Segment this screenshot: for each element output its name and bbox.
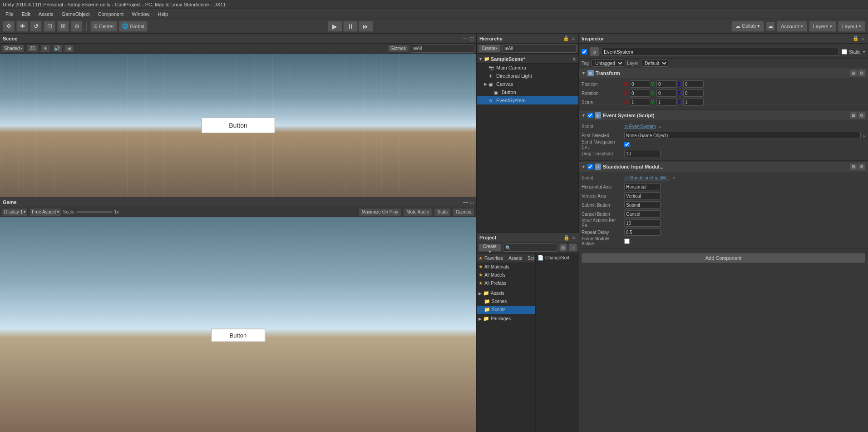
game-button-object[interactable]: Button — [211, 329, 266, 342]
game-viewport[interactable]: Button — [0, 217, 476, 432]
gizmos-btn[interactable]: Gizmos — [387, 45, 409, 53]
add-component-btn[interactable]: Add Component — [582, 253, 865, 263]
hier-item-directional-light[interactable]: ☀ Directional Light — [477, 72, 578, 80]
pause-button[interactable]: ⏸ — [343, 21, 358, 32]
object-active-checkbox[interactable] — [582, 49, 587, 55]
menu-assets[interactable]: Assets — [35, 10, 57, 18]
menu-help[interactable]: Help — [154, 10, 172, 18]
cloud-upload-btn[interactable]: ☁ — [766, 22, 775, 31]
menu-edit[interactable]: Edit — [18, 10, 34, 18]
play-button[interactable]: ▶ — [328, 21, 342, 32]
inspector-menu-btn[interactable]: ≡ — [861, 35, 865, 41]
game-maximize-btn[interactable]: □ — [470, 199, 473, 205]
tool-hand[interactable]: ✥ — [3, 21, 15, 32]
hier-lock-btn[interactable]: 🔒 — [562, 35, 570, 41]
send-navigation-checkbox[interactable] — [624, 142, 630, 147]
proj-item-changesort[interactable]: 📄 ChangeSort — [536, 254, 579, 262]
scene-effects-btn[interactable]: ⊞ — [64, 45, 74, 53]
tag-dropdown[interactable]: Untagged — [592, 60, 624, 67]
scene-lock-btn[interactable]: ≡ — [572, 56, 577, 62]
scene-maximize-btn[interactable]: □ — [470, 35, 473, 42]
proj-lock-btn[interactable]: 🔒 — [562, 235, 571, 241]
proj-folder-assets[interactable]: ▶ 📁 Assets — [477, 289, 535, 298]
submit-button-input[interactable] — [624, 201, 661, 209]
tool-move[interactable]: ✚ — [16, 21, 28, 32]
first-selected-input[interactable] — [624, 132, 861, 139]
layers-dropdown[interactable]: Layers — [809, 21, 836, 32]
standalone-enable-cb[interactable] — [587, 164, 593, 169]
scene-viewport[interactable]: Button — [0, 54, 476, 197]
2d-toggle-btn[interactable]: 2D — [26, 45, 39, 53]
hierarchy-search-input[interactable] — [502, 45, 577, 53]
display-dropdown[interactable]: Display 1 — [2, 208, 28, 216]
tool-transform[interactable]: ⊕ — [71, 21, 83, 32]
account-dropdown[interactable]: Account — [777, 21, 807, 32]
vertical-axis-input[interactable] — [624, 192, 661, 199]
project-create-btn[interactable]: Create — [478, 243, 501, 252]
inspector-lock-btn[interactable]: 🔒 — [852, 35, 860, 41]
proj-folder-packages[interactable]: ▶ 📁 Packages — [477, 315, 535, 323]
proj-sort-btn[interactable]: ↕ — [569, 243, 577, 252]
step-button[interactable]: ⏭ — [359, 21, 373, 32]
horizontal-axis-input[interactable] — [624, 183, 661, 190]
scale-x-input[interactable] — [630, 99, 650, 106]
proj-folder-scripts[interactable]: 📁 Scripts — [477, 306, 535, 314]
tool-rect[interactable]: ⊞ — [57, 21, 69, 32]
menu-gameobject[interactable]: GameObject — [58, 10, 94, 18]
menu-component[interactable]: Component — [94, 10, 127, 18]
maximize-on-play-btn[interactable]: Maximize On Play — [359, 208, 402, 216]
menu-file[interactable]: File — [2, 10, 17, 18]
hier-item-canvas[interactable]: ▶ ▣ Canvas — [477, 80, 578, 88]
scene-minimize-btn[interactable]: — — [463, 35, 469, 42]
menu-window[interactable]: Window — [128, 10, 153, 18]
eventsystem-enable-cb[interactable] — [587, 113, 593, 118]
hier-item-eventsystem[interactable]: ⊙ EventSystem — [477, 96, 578, 104]
project-search-input[interactable] — [503, 243, 557, 252]
scale-y-input[interactable] — [656, 99, 677, 106]
standalone-script-value[interactable]: ⊙ StandaloneInputM... — [624, 175, 670, 180]
tool-rotate[interactable]: ↺ — [30, 21, 42, 32]
game-gizmos-btn[interactable]: Gizmos — [453, 208, 474, 216]
cancel-button-input[interactable] — [624, 210, 661, 218]
scene-row[interactable]: ▼ 📁 SampleScene* ≡ — [477, 55, 578, 64]
hier-item-main-camera[interactable]: 📷 Main Camera — [477, 64, 578, 72]
stats-btn[interactable]: Stats — [434, 208, 451, 216]
hierarchy-create-btn[interactable]: Create — [478, 45, 500, 53]
shading-mode-dropdown[interactable]: Shaded — [2, 45, 25, 53]
scale-z-input[interactable] — [683, 99, 704, 106]
game-minimize-btn[interactable]: — — [463, 199, 469, 205]
standalone-settings-btn[interactable]: ⚙ — [858, 163, 865, 170]
mute-audio-btn[interactable]: Mute Audio — [403, 208, 432, 216]
repeat-delay-input[interactable] — [624, 228, 661, 236]
proj-folder-scenes[interactable]: 📁 Scenes — [477, 298, 535, 306]
object-name-input[interactable] — [602, 48, 839, 56]
scale-slider[interactable] — [76, 211, 113, 213]
eventsystem-header[interactable]: ▼ ⊙ Event System (Script) ⊞ ⚙ — [579, 110, 868, 120]
proj-folder-all-materials[interactable]: ★ All Materials — [477, 263, 535, 271]
proj-view-btn[interactable]: ⊞ — [559, 243, 567, 252]
script-value[interactable]: ⊙ EventSystem — [624, 124, 656, 129]
transform-settings-btn[interactable]: ⚙ — [858, 70, 865, 77]
layout-dropdown[interactable]: Layout — [838, 21, 865, 32]
force-module-checkbox[interactable] — [624, 238, 630, 244]
static-checkbox[interactable] — [842, 49, 847, 55]
layer-dropdown[interactable]: Default — [641, 60, 668, 67]
rotation-y-input[interactable] — [656, 89, 677, 97]
eventsystem-preview-btn[interactable]: ⊞ — [850, 112, 857, 119]
rotation-x-input[interactable] — [630, 89, 650, 97]
scene-audio-btn[interactable]: 🔊 — [52, 45, 62, 53]
hier-item-button[interactable]: ▣ Button — [477, 88, 578, 96]
scene-search-input[interactable] — [411, 45, 474, 53]
standalone-header[interactable]: ▼ ⊙ Standalone Input Modul... ⊞ ⚙ — [579, 162, 868, 172]
position-z-input[interactable] — [683, 80, 704, 88]
hier-menu-btn[interactable]: ≡ — [571, 35, 576, 41]
transform-preview-btn[interactable]: ⊞ — [850, 70, 857, 77]
scene-button-object[interactable]: Button — [201, 118, 275, 133]
static-dropdown-arrow[interactable]: ▾ — [863, 50, 865, 54]
pivot-center-btn[interactable]: ⊙ Center — [90, 21, 117, 32]
aspect-dropdown[interactable]: Free Aspect — [30, 208, 61, 216]
scene-light-btn[interactable]: ☀ — [40, 45, 50, 53]
tool-scale[interactable]: ⊡ — [44, 21, 55, 32]
transform-header[interactable]: ▼ ⊞ Transform ⊞ ⚙ — [579, 68, 868, 78]
standalone-preview-btn[interactable]: ⊞ — [850, 163, 857, 170]
